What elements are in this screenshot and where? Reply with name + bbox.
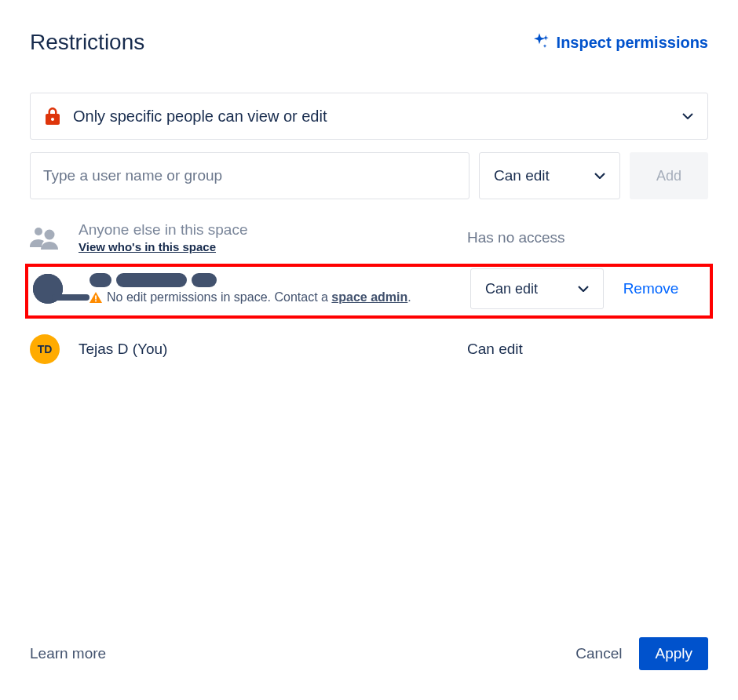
restriction-level-label: Only specific people can view or edit bbox=[73, 108, 327, 126]
add-user-row: Can edit Add bbox=[30, 152, 708, 199]
row-permission-label: Can edit bbox=[485, 281, 538, 297]
dialog-header: Restrictions Inspect permissions bbox=[30, 30, 708, 55]
row-text: Anyone else in this space View who's in … bbox=[79, 221, 467, 254]
chevron-down-icon bbox=[578, 286, 589, 292]
row-permission-select[interactable]: Can edit bbox=[470, 268, 604, 309]
warning-icon bbox=[90, 291, 102, 304]
anyone-title: Anyone else in this space bbox=[79, 221, 467, 239]
current-user-name: Tejas D (You) bbox=[79, 341, 467, 358]
page-title: Restrictions bbox=[30, 30, 144, 55]
apply-button[interactable]: Apply bbox=[639, 637, 708, 670]
add-permission-label: Can edit bbox=[494, 167, 550, 184]
footer-right: Cancel Apply bbox=[575, 637, 708, 670]
svg-rect-2 bbox=[95, 296, 97, 300]
warning-message: No edit permissions in space. Contact a … bbox=[90, 290, 470, 304]
avatar-col bbox=[30, 226, 68, 250]
row-left: TD Tejas D (You) bbox=[30, 334, 467, 364]
action-col: Remove bbox=[612, 280, 690, 297]
space-admin-link[interactable]: space admin bbox=[331, 290, 407, 304]
add-permission-select[interactable]: Can edit bbox=[479, 152, 620, 199]
people-icon bbox=[30, 226, 60, 250]
avatar: TD bbox=[30, 334, 60, 364]
current-user-row: TD Tejas D (You) Can edit bbox=[30, 330, 708, 369]
inspect-permissions-label: Inspect permissions bbox=[557, 34, 708, 52]
inspect-permissions-link[interactable]: Inspect permissions bbox=[528, 31, 708, 53]
sparkle-icon bbox=[528, 31, 550, 53]
add-button[interactable]: Add bbox=[630, 152, 708, 199]
cancel-button[interactable]: Cancel bbox=[575, 645, 622, 662]
redaction-stroke bbox=[52, 294, 90, 301]
row-left: No edit permissions in space. Contact a … bbox=[33, 273, 470, 304]
avatar-col bbox=[33, 274, 79, 304]
row-left: Anyone else in this space View who's in … bbox=[30, 221, 467, 254]
user-search-input[interactable] bbox=[30, 152, 469, 199]
svg-point-0 bbox=[35, 228, 42, 235]
restriction-level-select[interactable]: Only specific people can view or edit bbox=[30, 93, 708, 140]
warning-text: No edit permissions in space. Contact a … bbox=[107, 290, 411, 304]
avatar-col: TD bbox=[30, 334, 68, 364]
anyone-permission: Has no access bbox=[467, 229, 565, 246]
current-user-permission: Can edit bbox=[467, 341, 523, 358]
lock-icon bbox=[45, 108, 60, 125]
remove-button[interactable]: Remove bbox=[623, 280, 679, 297]
svg-rect-3 bbox=[95, 301, 97, 302]
chevron-down-icon bbox=[594, 173, 605, 179]
anyone-else-row: Anyone else in this space View who's in … bbox=[30, 217, 708, 259]
permission-col: Can edit bbox=[470, 268, 612, 309]
permission-col: Has no access bbox=[467, 229, 608, 246]
row-text: Tejas D (You) bbox=[79, 341, 467, 358]
chevron-down-icon bbox=[682, 113, 693, 119]
permission-col: Can edit bbox=[467, 341, 608, 358]
highlighted-user-row: No edit permissions in space. Contact a … bbox=[25, 264, 713, 319]
redacted-name bbox=[90, 273, 470, 287]
view-space-members-link[interactable]: View who's in this space bbox=[79, 240, 216, 253]
dialog-footer: Learn more Cancel Apply bbox=[30, 622, 708, 670]
svg-point-1 bbox=[45, 230, 55, 240]
row-text: No edit permissions in space. Contact a … bbox=[90, 273, 470, 304]
learn-more-link[interactable]: Learn more bbox=[30, 645, 106, 662]
